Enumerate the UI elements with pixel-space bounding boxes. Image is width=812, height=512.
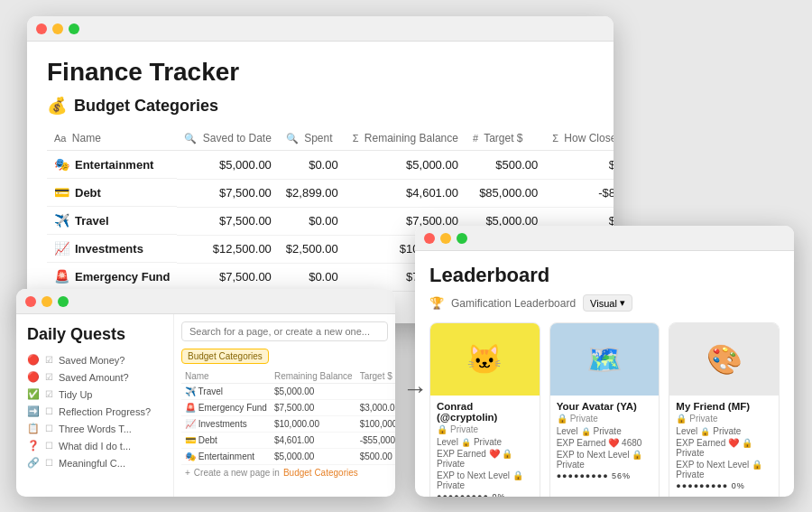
arrow-icon: → [402,375,428,404]
table-row: 🎭 Entertainment $5,000.00 $0.00 $5,000.0… [47,151,614,180]
lock-icon: 🔒 [676,414,687,424]
cell-spent: $0.00 [279,207,346,235]
quests-window: Daily Quests 🔴 ☑ Saved Money? 🔴 ☑ Saved … [16,289,395,497]
card-private: 🔒 Private [437,424,533,434]
page-title: Finance Tracker [47,58,594,87]
mini-cell-name: 🎭 Entertainment [181,449,271,465]
mini-cell-name: 💳 Debt [181,433,271,449]
mini-cell-target [356,384,395,400]
quest-status-icon: 🔴 [27,371,40,383]
quests-search-input[interactable] [181,321,388,341]
lb-subtitle-text: Gamification Leaderboard [451,297,576,310]
card-next-level: EXP to Next Level 🔒 Private [676,460,772,479]
lock-icon: 🔒 [437,424,448,434]
quest-item[interactable]: 🔴 ☑ Saved Amount? [27,368,162,386]
mini-table-row: 🚨 Emergency Fund $7,500.00 $3,000.00 $4,… [181,400,395,416]
cell-spent: $0.00 [279,151,346,180]
cell-remaining: $5,000.00 [346,151,466,180]
mini-cell-target: $3,000.00 [356,400,395,416]
cell-saved: $7,500.00 [177,263,278,291]
quest-item[interactable]: ❓ ☐ What did I do t... [27,437,162,454]
lb-chevron-icon: ▾ [620,297,625,309]
card-info: Your Avatar (YA) 🔒 Private Level 🔒 Priva… [550,396,660,486]
mini-col-target: Target $ [356,369,395,384]
cell-spent: $0.00 [279,263,346,291]
quest-text: What did I do t... [59,441,131,451]
main-titlebar [27,16,614,42]
mini-table-row: 📈 Investments $10,000.00 $100,000.00 -$9… [181,416,395,433]
card-name: My Friend (MF) [676,401,772,412]
card-image: 🐱 [430,323,540,396]
section-header: 💰 Budget Categories [47,96,594,116]
create-new-row[interactable]: + Create a new page in Budget Categories [181,465,388,480]
cell-name: 💳 Debt [47,179,177,207]
quest-checkbox[interactable]: ☐ [45,458,53,468]
card-next-level: EXP to Next Level 🔒 Private [437,470,533,490]
quest-item[interactable]: ➡️ ☐ Reflection Progress? [27,403,162,420]
quest-text: Meaningful C... [59,458,125,469]
quest-text: Reflection Progress? [59,406,151,417]
col-name: Aa Name [47,126,177,151]
mini-cell-target: -$55,000.00 [356,433,395,449]
mini-budget-table: Name Remaining Balance Target $ How Clos… [181,369,395,465]
card-progress-dots: ●●●●●●●●● 0% [676,481,772,490]
card-exp: EXP Earned ❤️ 4680 [557,438,653,448]
card-level: Level 🔒 Private [676,426,772,436]
quest-item[interactable]: ✅ ☑ Tidy Up [27,386,162,403]
cell-name: 📈 Investments [47,235,177,263]
lb-title: Leaderboard [429,264,780,287]
quest-checkbox[interactable]: ☑ [45,389,53,399]
lb-subtitle: 🏆 Gamification Leaderboard Visual ▾ [429,294,780,312]
row-icon: 💳 [54,185,69,200]
minimize-button[interactable] [52,23,63,34]
card-progress-dots: ●●●●●●●●● 56% [557,471,653,480]
quest-checkbox[interactable]: ☑ [45,355,53,365]
quests-close-button[interactable] [25,296,36,307]
mini-col-remaining: Remaining Balance [271,369,356,384]
card-name: Your Avatar (YA) [557,401,653,412]
budget-icon: 💰 [47,96,67,116]
col-target: # Target $ [466,126,545,151]
card-image: 🗺️ [550,323,660,396]
mini-cell-name: 📈 Investments [181,416,271,433]
card-private: 🔒 Private [557,414,653,424]
quest-status-icon: 📋 [27,423,40,434]
col-remaining: Σ Remaining Balance [346,126,466,151]
create-new-target: Budget Categories [283,468,358,478]
quests-titlebar [16,289,395,314]
card-progress-dots: ●●●●●●●●● 0% [437,492,533,497]
quest-list: 🔴 ☑ Saved Money? 🔴 ☑ Saved Amount? ✅ ☑ T… [27,351,162,471]
quests-tag: Budget Categories [181,349,269,364]
quests-title: Daily Quests [27,325,162,344]
mini-cell-target: $100,000.00 [356,416,395,433]
lb-close-button[interactable] [424,233,435,244]
leaderboard-window: Leaderboard 🏆 Gamification Leaderboard V… [415,226,794,497]
quest-item[interactable]: 🔴 ☑ Saved Money? [27,351,162,368]
col-howclose: Σ How Close Are We? [545,126,614,151]
quest-item[interactable]: 🔗 ☐ Meaningful C... [27,454,162,471]
mini-cell-name: 🚨 Emergency Fund [181,400,271,416]
quests-minimize-button[interactable] [42,296,52,307]
quest-checkbox[interactable]: ☐ [45,424,53,433]
quest-checkbox[interactable]: ☐ [45,406,53,416]
cell-saved: $12,500.00 [177,235,278,263]
quest-item[interactable]: 📋 ☐ Three Words T... [27,420,162,437]
row-icon: 🎭 [54,157,69,172]
lb-maximize-button[interactable] [457,233,467,244]
cell-name: ✈️ Travel [47,207,177,235]
quest-checkbox[interactable]: ☑ [45,372,53,382]
lb-minimize-button[interactable] [440,233,451,244]
quest-status-icon: ❓ [27,440,40,451]
lb-visual-button[interactable]: Visual ▾ [583,294,632,312]
leaderboard-card: 🗺️ Your Avatar (YA) 🔒 Private Level 🔒 Pr… [549,322,660,497]
cell-spent: $2,899.00 [279,179,346,207]
quests-maximize-button[interactable] [58,296,69,307]
close-button[interactable] [36,23,47,34]
quest-checkbox[interactable]: ☐ [45,441,53,451]
maximize-button[interactable] [69,23,79,34]
quests-content: Daily Quests 🔴 ☑ Saved Money? 🔴 ☑ Saved … [16,314,395,497]
lb-trophy-icon: 🏆 [429,296,444,310]
mini-cell-remaining: $10,000.00 [271,416,356,433]
quest-status-icon: ✅ [27,388,40,400]
table-header-row: Aa Name 🔍 Saved to Date 🔍 Spent Σ Remain… [47,126,614,151]
